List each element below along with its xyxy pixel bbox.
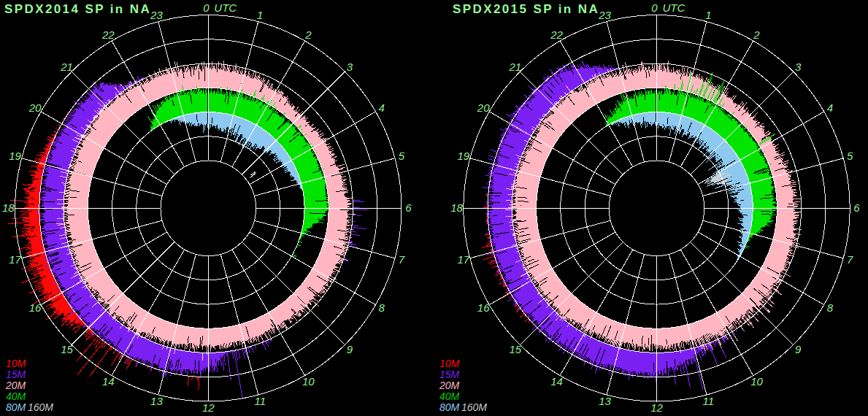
svg-text:16: 16 (477, 301, 490, 314)
svg-text:UTC: UTC (214, 1, 237, 14)
svg-text:19: 19 (9, 150, 21, 162)
svg-text:18: 18 (2, 201, 15, 214)
svg-text:10: 10 (302, 375, 315, 388)
svg-text:40M: 40M (6, 390, 26, 402)
svg-text:SPDX2015 SP in NA: SPDX2015 SP in NA (453, 2, 599, 16)
svg-text:0: 0 (203, 1, 210, 14)
svg-text:5: 5 (399, 150, 405, 162)
svg-text:9: 9 (347, 343, 353, 355)
svg-text:20: 20 (477, 101, 490, 114)
svg-text:4: 4 (378, 101, 384, 114)
svg-text:22: 22 (550, 28, 563, 41)
svg-text:6: 6 (853, 201, 860, 214)
svg-text:12: 12 (650, 401, 663, 414)
svg-text:10M: 10M (6, 358, 26, 369)
svg-text:3: 3 (347, 61, 353, 73)
svg-text:14: 14 (550, 375, 563, 388)
svg-text:13: 13 (599, 395, 611, 407)
svg-text:8: 8 (827, 301, 834, 314)
svg-text:12: 12 (202, 401, 215, 414)
svg-text:16: 16 (29, 301, 42, 314)
svg-text:15M: 15M (439, 369, 460, 380)
svg-text:80M: 80M (439, 401, 460, 413)
svg-text:20M: 20M (5, 380, 26, 391)
svg-text:10: 10 (750, 375, 763, 388)
svg-text:160M: 160M (28, 401, 53, 413)
svg-text:21: 21 (508, 61, 521, 73)
svg-text:22: 22 (101, 28, 115, 41)
svg-text:17: 17 (457, 253, 469, 266)
svg-text:40M: 40M (439, 390, 460, 402)
svg-text:1: 1 (705, 9, 711, 21)
svg-text:8: 8 (378, 301, 385, 314)
svg-text:17: 17 (9, 253, 21, 266)
svg-text:160M: 160M (461, 401, 487, 413)
svg-text:7: 7 (847, 253, 853, 266)
svg-text:10M: 10M (439, 358, 460, 369)
svg-text:15: 15 (61, 343, 73, 355)
svg-text:15M: 15M (6, 369, 26, 380)
svg-text:UTC: UTC (663, 1, 685, 14)
svg-text:18: 18 (450, 201, 463, 214)
svg-text:23: 23 (150, 9, 163, 21)
svg-text:4: 4 (827, 101, 833, 114)
svg-text:0: 0 (651, 1, 658, 14)
svg-text:14: 14 (102, 375, 115, 388)
svg-text:9: 9 (795, 343, 802, 355)
svg-text:23: 23 (598, 9, 611, 21)
svg-text:2: 2 (304, 28, 312, 41)
svg-text:13: 13 (150, 395, 163, 407)
svg-text:5: 5 (847, 150, 853, 162)
svg-text:20: 20 (28, 101, 42, 114)
svg-text:SPDX2014 SP in NA: SPDX2014 SP in NA (4, 2, 151, 16)
svg-text:7: 7 (399, 253, 405, 266)
svg-text:15: 15 (509, 343, 521, 355)
svg-text:11: 11 (254, 395, 266, 407)
svg-text:20M: 20M (439, 380, 460, 391)
svg-text:3: 3 (795, 61, 802, 73)
svg-text:1: 1 (257, 9, 263, 21)
svg-text:21: 21 (60, 61, 73, 73)
svg-text:19: 19 (457, 150, 469, 162)
svg-text:2: 2 (753, 28, 760, 41)
svg-text:11: 11 (703, 395, 715, 407)
svg-text:6: 6 (405, 201, 412, 214)
svg-text:80M: 80M (6, 401, 26, 413)
